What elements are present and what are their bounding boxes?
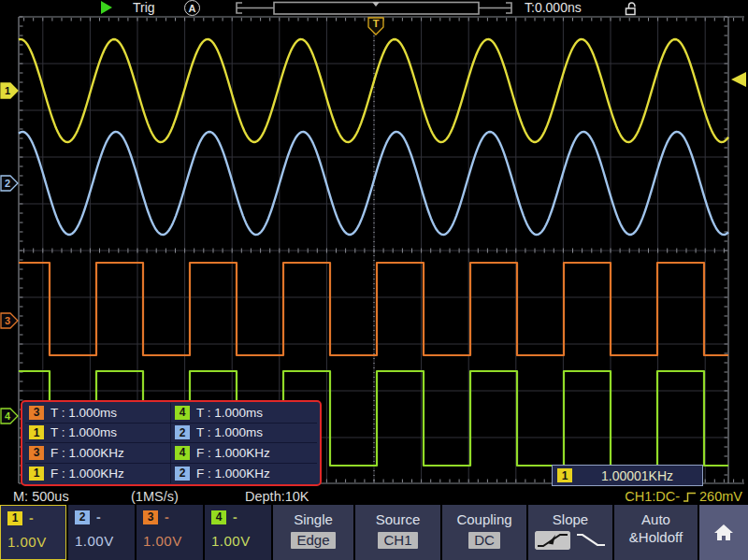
record-depth-readout: Depth:10K <box>245 489 309 504</box>
ch4-badge: 4 <box>175 446 190 460</box>
ch4-menu-cell[interactable]: 4 - 1.00V <box>205 505 271 560</box>
horizontal-position-slider[interactable] <box>234 0 520 16</box>
trigger-level-readout: 260mV <box>699 489 742 504</box>
ch1-badge: 1 <box>557 468 572 482</box>
status-bar: M: 500us (1MS/s) Depth:10K CH1:DC- 260mV <box>0 487 748 505</box>
ch2-volts-per-div: 1.00V <box>75 533 135 549</box>
ch4-marker-label: 4 <box>5 410 11 422</box>
frequency-counter-value: 1.00001KHz <box>572 468 702 483</box>
trigger-coupling-label: Coupling <box>442 511 526 527</box>
measure-value: F : 1.000KHz <box>196 446 270 460</box>
trigger-slope-label: Slope <box>528 511 612 527</box>
trigger-settings-readout: CH1:DC- 260mV <box>625 489 742 504</box>
ch4-coupling: - <box>233 510 237 524</box>
measure-item-ch2-freq: 2 F : 1.000KHz <box>171 464 317 484</box>
ch3-marker-label: 3 <box>5 315 10 326</box>
auto-trigger-mode-icon: A <box>184 0 200 16</box>
home-button[interactable] <box>699 505 748 560</box>
trigger-coupling-value: DC <box>468 532 500 549</box>
ch2-badge: 2 <box>175 467 190 481</box>
auto-holdoff-label-2: &Holdoff <box>614 529 698 545</box>
ch3-badge: 3 <box>29 446 44 460</box>
ch2-coupling: - <box>96 510 101 524</box>
measure-item-ch1-period: 1 T : 1.000ms <box>25 424 171 444</box>
measure-value: T : 1.000ms <box>50 425 117 439</box>
trigger-source-value: CH1 <box>378 532 417 549</box>
top-status-bar: Trig A T:0.000ns <box>0 0 748 16</box>
rising-edge-icon <box>683 491 697 503</box>
trigger-source-label: Source <box>355 511 440 527</box>
measure-item-ch3-period: 3 T : 1.000ms <box>25 403 171 424</box>
ch1-menu-cell[interactable]: 1 - 1.00V <box>0 505 66 560</box>
falling-slope-icon[interactable] <box>575 531 607 550</box>
run-play-icon <box>100 1 113 15</box>
ch2-badge: 2 <box>175 425 190 439</box>
ch3-badge: 3 <box>143 510 158 524</box>
trigger-source-button[interactable]: Source CH1 <box>355 505 440 560</box>
measure-item-ch2-period: 2 T : 1.000ms <box>171 424 317 444</box>
unlock-icon[interactable] <box>625 1 639 16</box>
trigger-type-button[interactable]: Single Edge <box>273 505 353 560</box>
measure-value: T : 1.000ms <box>50 406 117 420</box>
timebase-readout: M: 500us <box>13 489 69 504</box>
ch1-marker-label: 1 <box>5 85 10 96</box>
ch3-menu-cell[interactable]: 3 - 1.00V <box>137 505 203 560</box>
frequency-counter: 1 1.00001KHz <box>552 465 703 486</box>
ch1-coupling: - <box>29 510 34 525</box>
trigger-slope-button[interactable]: Slope <box>528 505 612 560</box>
ch3-badge: 3 <box>29 406 44 420</box>
trigger-type-value: Edge <box>291 532 335 549</box>
auto-holdoff-label-1: Auto <box>614 511 698 527</box>
ch1-volts-per-div: 1.00V <box>7 534 65 550</box>
trigger-type-label: Single <box>273 511 353 527</box>
ch1-badge: 1 <box>7 511 22 525</box>
trigger-time-offset: T:0.000ns <box>525 0 582 15</box>
measure-value: F : 1.000KHz <box>50 446 124 460</box>
ch1-badge: 1 <box>29 467 44 481</box>
trig-label: Trig <box>133 0 155 15</box>
home-icon <box>712 523 735 542</box>
rising-slope-icon[interactable] <box>535 531 570 550</box>
slider-position-marker[interactable] <box>372 2 380 7</box>
measure-item-ch4-freq: 4 F : 1.000KHz <box>171 443 317 464</box>
measure-value: F : 1.000KHz <box>196 467 270 481</box>
trigger-level-marker[interactable] <box>731 72 746 87</box>
trigger-coupling-button[interactable]: Coupling DC <box>442 505 526 560</box>
ch1-badge: 1 <box>29 425 44 439</box>
ch2-badge: 2 <box>75 510 90 524</box>
ch3-volts-per-div: 1.00V <box>143 533 203 549</box>
trigger-source-coupling: CH1:DC- <box>625 489 680 504</box>
measure-item-ch1-freq: 1 F : 1.000KHz <box>25 464 171 484</box>
trigger-time-marker-label: T <box>373 18 380 29</box>
measure-value: F : 1.000KHz <box>50 467 124 481</box>
measure-value: T : 1.000ms <box>196 406 263 420</box>
ch4-badge: 4 <box>175 406 190 420</box>
measure-window: 3 T : 1.000ms 4 T : 1.000ms 1 T : 1.000m… <box>21 400 322 486</box>
measure-item-ch3-freq: 3 F : 1.000KHz <box>25 443 171 464</box>
sample-rate-readout: (1MS/s) <box>131 489 179 504</box>
ch4-badge: 4 <box>211 510 226 524</box>
auto-holdoff-button[interactable]: Auto &Holdoff <box>614 505 698 560</box>
measure-item-ch4-period: 4 T : 1.000ms <box>171 403 317 424</box>
ch2-menu-cell[interactable]: 2 - 1.00V <box>68 505 135 560</box>
ch3-coupling: - <box>165 510 169 524</box>
ch4-volts-per-div: 1.00V <box>211 533 271 549</box>
measure-value: T : 1.000ms <box>196 425 263 439</box>
ch2-marker-label: 2 <box>5 178 10 189</box>
bottom-menu-bar: 1 - 1.00V 2 - 1.00V 3 - 1.00V 4 - 1.00V … <box>0 505 748 560</box>
